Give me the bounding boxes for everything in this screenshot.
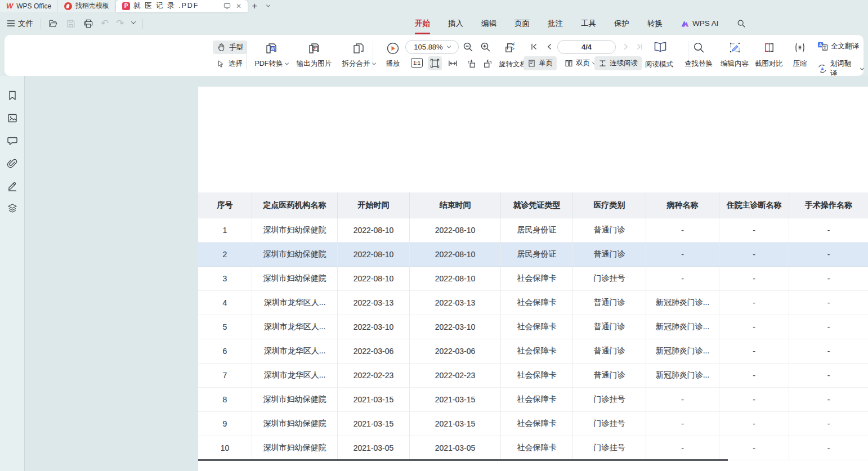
tab-convert[interactable]: 转换: [647, 19, 663, 29]
rotate-left-button[interactable]: [464, 56, 478, 70]
table-row[interactable]: 8深圳市妇幼保健院2021-03-152021-03-15社会保障卡门诊挂号--…: [198, 388, 868, 412]
svg-text:文: 文: [823, 45, 827, 50]
extract-pages-icon[interactable]: [503, 41, 517, 55]
chevron-down-icon: [447, 44, 451, 48]
find-replace-button[interactable]: 查找替换: [679, 38, 718, 73]
table-row[interactable]: 9深圳市妇幼保健院2021-03-152021-03-15社会保障卡门诊挂号--…: [198, 412, 868, 436]
comments-icon[interactable]: [7, 135, 18, 146]
hand-tool-button[interactable]: 手型: [213, 41, 247, 54]
table-cell: -: [719, 291, 789, 315]
split-merge-button[interactable]: 拆分合并: [337, 38, 381, 73]
continuous-read-button[interactable]: 连续阅读: [594, 56, 642, 70]
fit-page-button[interactable]: [428, 56, 442, 70]
edit-content-label: 编辑内容: [721, 59, 749, 69]
actual-size-button[interactable]: 1:1: [411, 58, 423, 68]
read-mode-icon[interactable]: [653, 39, 668, 54]
table-row[interactable]: 7深圳市龙华区人...2022-02-232022-02-23社会保障卡普通门诊…: [198, 364, 868, 388]
tab-protect[interactable]: 保护: [614, 19, 629, 29]
table-cell: -: [789, 339, 868, 364]
first-page-icon[interactable]: [530, 42, 539, 51]
table-row[interactable]: 2深圳市妇幼保健院2022-08-102022-08-10居民身份证普通门诊--…: [198, 243, 868, 267]
single-page-button[interactable]: 单页: [524, 56, 557, 70]
table-cell: -: [719, 412, 789, 436]
table-cell: 2022-03-10: [338, 315, 410, 339]
word-translate-label: 划词翻译: [830, 59, 858, 78]
rotate-right-button[interactable]: [481, 56, 495, 70]
table-row[interactable]: 6深圳市龙华区人...2022-03-062022-03-06社会保障卡普通门诊…: [198, 339, 868, 364]
zoom-level-select[interactable]: 105.88%: [405, 40, 459, 54]
tab-document-active[interactable]: P 就 医 记 录 .PDF ✕: [116, 0, 248, 12]
table-row[interactable]: 10深圳市妇幼保健院2021-03-052021-03-05社会保障卡门诊挂号-…: [198, 436, 868, 460]
monitor-icon[interactable]: [223, 2, 231, 10]
table-cell: 深圳市龙华区人...: [252, 291, 338, 315]
screenshot-compare-label: 截图对比: [755, 59, 783, 69]
export-image-button[interactable]: 输出为图片: [294, 38, 334, 73]
signature-icon[interactable]: [7, 180, 18, 191]
table-cell: 2022-03-13: [410, 291, 501, 315]
play-button[interactable]: 播放: [379, 38, 406, 73]
tab-list-chevron-icon[interactable]: [261, 0, 275, 12]
table-cell: 社会保障卡: [501, 291, 573, 315]
table-cell: 新冠肺炎门诊...: [646, 291, 719, 315]
table-cell: -: [789, 388, 868, 412]
find-replace-label: 查找替换: [684, 59, 713, 69]
table-cell: 社会保障卡: [501, 339, 573, 364]
column-header: 定点医药机构名称: [252, 192, 338, 218]
page-indicator-input[interactable]: 4/4: [557, 40, 616, 54]
file-menu[interactable]: 文件: [7, 19, 33, 29]
table-cell: -: [719, 243, 789, 267]
wps-ai-button[interactable]: WPS AI: [681, 19, 719, 28]
layers-icon[interactable]: [7, 203, 18, 214]
search-icon[interactable]: [737, 19, 746, 28]
table-row[interactable]: 5深圳市龙华区人...2022-03-102022-03-10社会保障卡普通门诊…: [198, 315, 868, 339]
last-page-icon[interactable]: [635, 42, 644, 51]
pdf-convert-button[interactable]: W PDF转换: [251, 38, 292, 73]
prev-page-icon[interactable]: [545, 42, 554, 51]
table-row[interactable]: 4深圳市龙华区人...2022-03-132022-03-13社会保障卡普通门诊…: [198, 291, 868, 315]
edit-content-button[interactable]: 编辑内容: [715, 38, 754, 73]
tab-wps-office[interactable]: W WPS Office: [0, 0, 58, 12]
compress-label: 压缩: [793, 59, 807, 69]
more-actions-chevron-icon[interactable]: [131, 19, 135, 24]
open-file-icon[interactable]: [48, 19, 59, 29]
read-mode-label[interactable]: 阅读模式: [645, 60, 673, 69]
select-tool-button[interactable]: 选择: [213, 57, 247, 70]
table-row[interactable]: 1深圳市妇幼保健院2022-08-102022-08-10居民身份证普通门诊--…: [198, 218, 868, 243]
double-page-button[interactable]: 双页: [561, 56, 599, 70]
table-cell: 2: [198, 243, 252, 267]
full-translate-button[interactable]: A文 全文翻译: [817, 41, 859, 51]
save-icon[interactable]: [66, 19, 76, 29]
tab-comment[interactable]: 批注: [548, 19, 563, 29]
tab-docer-templates[interactable]: 找稻壳模板: [58, 0, 116, 12]
table-cell: -: [789, 315, 868, 339]
table-cell: 深圳市妇幼保健院: [252, 267, 338, 291]
fit-width-button[interactable]: [446, 56, 460, 70]
new-tab-button[interactable]: +: [248, 0, 261, 12]
screenshot-compare-button[interactable]: 截图对比: [749, 38, 789, 73]
zoom-out-icon[interactable]: [463, 42, 474, 53]
pdf-canvas[interactable]: 序号定点医药机构名称开始时间结束时间就诊凭证类型医疗类别病种名称住院主诊断名称手…: [25, 76, 868, 471]
rotate-doc-label[interactable]: 旋转文档: [499, 60, 527, 69]
print-icon[interactable]: [83, 19, 93, 29]
compress-button[interactable]: 压缩: [784, 38, 816, 73]
chevron-down-icon: [860, 66, 864, 70]
tab-edit[interactable]: 编辑: [481, 19, 496, 29]
close-tab-icon[interactable]: ✕: [236, 2, 241, 10]
undo-icon[interactable]: ↶: [101, 19, 109, 28]
table-cell: 5: [198, 315, 252, 339]
next-page-icon[interactable]: [621, 42, 630, 51]
tab-home[interactable]: 开始: [415, 19, 430, 29]
tab-page[interactable]: 页面: [514, 19, 530, 29]
table-cell: -: [719, 436, 789, 460]
word-translate-button[interactable]: A 划词翻译: [817, 59, 863, 78]
table-cell: 普通门诊: [573, 364, 646, 388]
table-cell: 新冠肺炎门诊...: [646, 364, 719, 388]
thumbnails-icon[interactable]: [7, 113, 18, 124]
redo-icon[interactable]: ↷: [116, 19, 124, 28]
bookmarks-icon[interactable]: [7, 90, 18, 101]
tab-tools[interactable]: 工具: [581, 19, 596, 29]
table-row[interactable]: 3深圳市妇幼保健院2022-08-102022-08-10社会保障卡门诊挂号--…: [198, 267, 868, 291]
attachment-icon[interactable]: [7, 158, 18, 169]
zoom-in-icon[interactable]: [480, 42, 491, 53]
tab-insert[interactable]: 插入: [448, 19, 463, 29]
